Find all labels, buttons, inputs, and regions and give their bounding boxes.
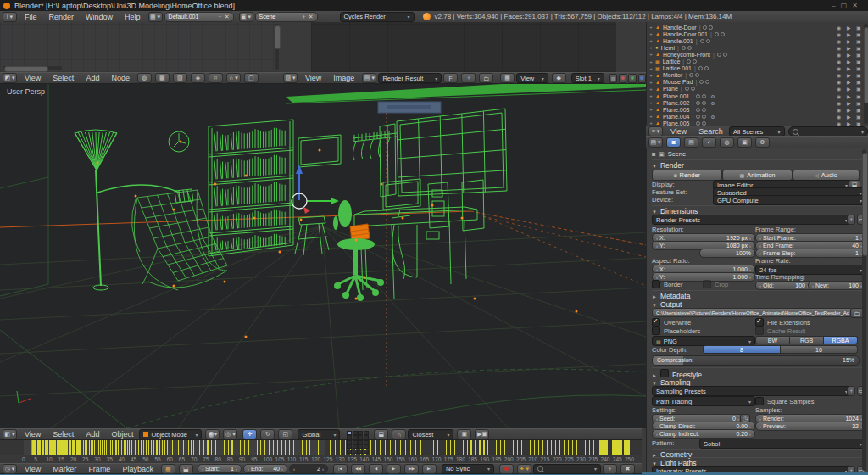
color-depth-segment[interactable]: 8 16 (703, 345, 858, 354)
menu-window[interactable]: Window (80, 13, 119, 21)
node-compositing-icon[interactable]: ▩ (155, 73, 170, 83)
selectable-arrow-icon[interactable]: ▶ (847, 100, 851, 106)
keyframe-marker[interactable] (170, 439, 170, 455)
node-texture-icon[interactable]: ▨ (173, 73, 187, 83)
object-name[interactable]: Handle.001 (663, 38, 693, 44)
scene-selector-icon[interactable]: ▣ ▾ (239, 12, 253, 22)
channel-alpha-icon[interactable]: ▥ (609, 74, 617, 83)
keyframe-marker[interactable] (83, 439, 84, 455)
keyframe-marker[interactable] (281, 439, 282, 455)
object-name[interactable]: Handle-Door.001 (663, 31, 708, 37)
tab-render-layers-icon[interactable]: ▤ (684, 137, 698, 148)
keyframe-marker[interactable] (487, 439, 488, 455)
pivot-point-icon[interactable]: ◎ ▾ (223, 429, 237, 439)
renderable-camera-icon[interactable]: ▣ (856, 59, 861, 64)
selectable-arrow-icon[interactable]: ▶ (847, 25, 851, 31)
prev-keyframe-icon[interactable]: ◀◀ (351, 464, 365, 474)
keyframe-marker[interactable] (572, 439, 573, 455)
crop-checkbox[interactable] (703, 280, 711, 288)
outliner-row[interactable]: +▲Plane.002|⚙◉▶▣ (647, 99, 868, 106)
keyframe-marker[interactable] (395, 439, 396, 455)
expand-icon[interactable]: + (647, 31, 655, 36)
renderable-camera-icon[interactable]: ▣ (856, 45, 861, 51)
node-menu-view[interactable]: View (19, 74, 47, 82)
selectable-arrow-icon[interactable]: ▶ (847, 114, 851, 120)
properties-scrollbar[interactable] (862, 149, 866, 471)
node-editor-canvas[interactable] (0, 22, 281, 72)
cache-result-checkbox[interactable] (755, 327, 764, 335)
channel-red-icon[interactable] (619, 74, 626, 83)
lock-frame-icon[interactable]: ⬓ (179, 464, 193, 474)
keyframe-marker[interactable] (108, 439, 108, 455)
tab-modifiers-icon[interactable]: ⚙ (755, 137, 770, 148)
square-samples-checkbox[interactable] (755, 397, 764, 405)
view3d-editor-type-icon[interactable]: ◧ ▾ (3, 429, 17, 439)
keyframe-marker[interactable] (220, 439, 220, 455)
keyframe-marker[interactable] (172, 439, 173, 455)
keyframe-marker[interactable] (534, 439, 535, 455)
object-name[interactable]: Plane.002 (663, 100, 690, 106)
keyframe-marker[interactable] (91, 439, 92, 455)
visibility-eye-icon[interactable]: ◉ (837, 72, 841, 78)
view3d-menu-view[interactable]: View (19, 430, 47, 439)
node-snap-icon[interactable]: ∩ ▾ (226, 73, 241, 83)
keyframe-marker[interactable] (159, 439, 160, 455)
keyframe-marker[interactable] (293, 439, 294, 455)
selectable-arrow-icon[interactable]: ▶ (847, 86, 851, 92)
visibility-eye-icon[interactable]: ◉ (837, 25, 841, 31)
keyframe-marker[interactable] (504, 439, 505, 455)
object-name[interactable]: Plane.004 (663, 114, 690, 120)
play-icon[interactable]: ▶ (387, 464, 401, 474)
keyframe-marker[interactable] (405, 439, 406, 455)
keyframe-marker[interactable] (555, 439, 556, 455)
keyframe-marker[interactable] (551, 439, 552, 455)
outliner-menu-search[interactable]: Search (693, 127, 729, 136)
image-browse-icon[interactable]: ▤ ▾ (362, 73, 376, 83)
keyframe-marker[interactable] (236, 439, 236, 455)
keyframe-marker[interactable] (576, 439, 577, 455)
remap-old-field[interactable]: Old:100 (755, 281, 813, 290)
selectable-arrow-icon[interactable]: ▶ (847, 72, 851, 78)
keyframe-marker[interactable] (302, 439, 303, 455)
keyframe-marker[interactable] (156, 439, 157, 455)
keyframe-marker[interactable] (564, 439, 565, 455)
tab-render-icon[interactable]: ◙ (666, 137, 681, 148)
outliner-row[interactable]: +▲Handle-Door.001|◉▶▣ (647, 31, 868, 37)
expand-icon[interactable]: + (647, 52, 655, 57)
keyframe-marker[interactable] (81, 439, 81, 455)
renderable-camera-icon[interactable]: ▣ (856, 93, 861, 99)
keyframe-marker[interactable] (231, 439, 232, 455)
keyframe-marker[interactable] (538, 439, 539, 455)
object-name[interactable]: Honeycomb-Front (663, 52, 710, 58)
renderable-camera-icon[interactable]: ▣ (856, 31, 861, 37)
compression-slider[interactable]: Compression: 15% (652, 355, 860, 366)
keyframe-marker[interactable] (110, 439, 111, 455)
keyframe-marker[interactable] (175, 439, 175, 455)
new-image-icon[interactable]: ＋ (461, 73, 476, 83)
keyframe-marker[interactable] (98, 439, 99, 455)
keyframe-marker[interactable] (585, 439, 586, 455)
keyframe-marker[interactable] (167, 439, 168, 455)
overwrite-checkbox[interactable] (652, 318, 660, 327)
expand-icon[interactable]: + (647, 45, 655, 50)
expand-icon[interactable]: + (647, 114, 655, 119)
object-name[interactable]: Plane.001 (663, 93, 690, 99)
keyframe-marker[interactable] (309, 439, 310, 455)
keyframe-marker[interactable] (581, 439, 581, 455)
keyframe-marker[interactable] (318, 439, 319, 455)
keyframe-marker[interactable] (121, 439, 122, 455)
keyframe-marker[interactable] (589, 439, 590, 455)
keyframe-marker[interactable] (375, 439, 376, 455)
tab-object-icon[interactable]: ▣ (737, 137, 752, 148)
selected-cushion[interactable] (350, 224, 370, 241)
slot-select[interactable]: Slot 1 (571, 73, 604, 83)
visibility-eye-icon[interactable]: ◉ (837, 65, 841, 71)
keyframe-marker[interactable] (517, 439, 518, 455)
properties-editor-type-icon[interactable]: ▤ ▾ (648, 137, 663, 148)
keyframe-marker[interactable] (470, 439, 471, 455)
keyframe-marker[interactable] (253, 439, 253, 455)
selectable-arrow-icon[interactable]: ▶ (847, 52, 851, 58)
bw-button[interactable]: BW (755, 336, 790, 344)
visibility-eye-icon[interactable]: ◉ (837, 107, 841, 113)
image-view-select[interactable]: View (516, 73, 548, 83)
